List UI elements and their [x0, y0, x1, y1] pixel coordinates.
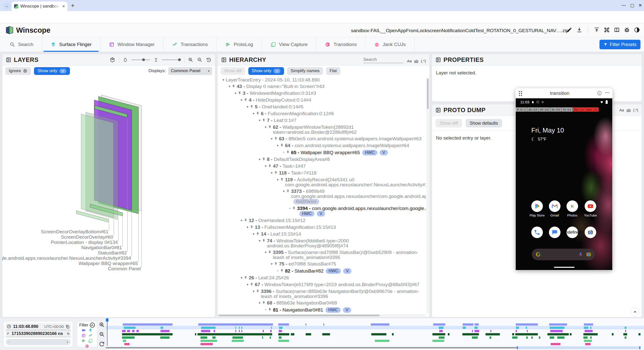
show-defaults-button[interactable]: Show defaults	[466, 119, 502, 127]
trace-block-transactions[interactable]	[515, 333, 538, 335]
expand-arrow-icon[interactable]: ▾	[245, 282, 250, 287]
trace-block-window-manager[interactable]	[270, 330, 272, 332]
tree-node[interactable]: ▾118 - Task=7#118	[218, 170, 426, 177]
transition-screenshot-window[interactable]: transition — 11:03 P: 0 / 1dX: 0.0dY: 0.…	[515, 88, 613, 270]
expand-arrow-icon[interactable]: ▾	[275, 177, 280, 182]
collapse-filter-icon[interactable]	[90, 323, 95, 328]
expand-arrow-icon[interactable]: ▾	[251, 232, 256, 237]
pin-icon[interactable]	[286, 150, 291, 155]
layer-label[interactable]: Common Panel	[108, 266, 141, 272]
flat-chip[interactable]: Flat	[326, 67, 340, 75]
trace-block-transitions[interactable]	[551, 343, 560, 345]
pin-icon[interactable]	[268, 125, 273, 130]
trace-block-view-capture[interactable]	[200, 340, 217, 342]
previous-entry-button[interactable]: ‹	[8, 339, 10, 344]
pin-icon[interactable]	[292, 206, 297, 211]
timeline-canvas[interactable]	[106, 318, 644, 350]
trace-block-transactions[interactable]	[291, 333, 294, 335]
documentation-icon[interactable]	[614, 27, 620, 33]
expand-arrow-icon[interactable]: ▾	[263, 125, 268, 130]
next-entry-button[interactable]: ›	[67, 339, 68, 344]
expand-arrow-icon[interactable]: ▾	[239, 275, 244, 280]
transactions-filter-icon[interactable]	[88, 333, 93, 338]
expand-arrow-icon[interactable]: ▾	[245, 104, 250, 109]
trace-block-view-capture[interactable]	[278, 340, 289, 342]
tree-node[interactable]: •82 - StatusBar#82HWCV	[218, 268, 426, 275]
minimap-track[interactable]	[106, 347, 517, 348]
app-icon-playstore[interactable]	[531, 200, 543, 212]
window-manager-filter-icon[interactable]	[82, 333, 86, 338]
trace-block-transactions[interactable]	[195, 333, 196, 335]
expand-arrow-icon[interactable]: ▾	[275, 143, 280, 148]
pin-icon[interactable]	[250, 104, 255, 110]
zoom-in-icon[interactable]	[188, 57, 193, 63]
expand-arrow-icon[interactable]: ▾	[251, 111, 256, 116]
tab-jank-cujs[interactable]: Jank CUJs	[366, 37, 415, 52]
timeline-zoom-reset-icon[interactable]	[99, 341, 105, 347]
app-icon-messages[interactable]	[549, 227, 560, 238]
trace-block-surface-flinger[interactable]	[526, 327, 527, 329]
tree-node[interactable]: ▾47 - Task=1#47	[218, 163, 426, 170]
trace-block-protolog[interactable]	[490, 336, 491, 339]
expand-arrow-icon[interactable]: ▾	[257, 157, 262, 162]
tab-view-capture[interactable]: View Capture	[262, 37, 316, 52]
expand-arrow-icon[interactable]: ▾	[269, 170, 274, 176]
trace-block-transactions[interactable]	[638, 333, 640, 335]
view-capture-filter-icon[interactable]	[88, 339, 93, 343]
trace-block-surface-flinger[interactable]	[160, 327, 163, 329]
trace-block-window-manager[interactable]	[201, 330, 210, 332]
tree-node[interactable]: ▾43 - Display 0 name="Built-in Screen"#4…	[218, 83, 426, 90]
trace-block-transactions[interactable]	[547, 333, 569, 335]
drag-handle-icon[interactable]	[518, 91, 522, 96]
trace-block-screen-recording[interactable]	[584, 323, 593, 326]
trace-block-surface-flinger[interactable]	[279, 327, 283, 329]
trace-block-transactions[interactable]	[583, 333, 598, 335]
pin-icon[interactable]	[256, 289, 261, 294]
pin-icon[interactable]	[250, 282, 255, 287]
trace-block-surface-flinger[interactable]	[271, 327, 272, 329]
trace-block-transactions[interactable]	[448, 333, 450, 335]
copy-icon[interactable]	[67, 332, 70, 336]
app-icon-photos[interactable]	[567, 200, 578, 212]
trace-block-window-manager[interactable]	[279, 330, 282, 332]
trace-block-surface-flinger[interactable]	[625, 327, 626, 329]
trace-block-surface-flinger[interactable]	[201, 327, 216, 329]
trace-block-window-manager[interactable]	[239, 330, 240, 332]
expand-arrow-icon[interactable]: ▾	[263, 250, 268, 255]
nanoseconds-field[interactable]: 1715339028890230166 ns	[6, 330, 71, 337]
displays-select[interactable]: Common Panel▾	[168, 67, 212, 75]
copy-icon[interactable]	[66, 325, 70, 329]
tree-node[interactable]: ▾64 - com.android.systemui.wallpapers.Im…	[218, 142, 426, 149]
trace-block-surface-flinger[interactable]	[474, 327, 478, 329]
trace-block-transactions[interactable]	[486, 333, 500, 335]
regex-option[interactable]: (.*)	[421, 59, 426, 63]
minimap-selection[interactable]	[517, 346, 640, 349]
trace-block-transactions[interactable]	[322, 333, 330, 335]
tab-protolog[interactable]: ProtoLog	[217, 37, 262, 52]
transition-window-titlebar[interactable]: transition —	[515, 88, 613, 98]
expand-arrow-icon[interactable]: ▾	[221, 77, 226, 82]
trace-block-window-manager[interactable]	[127, 330, 130, 332]
trace-block-view-capture[interactable]	[584, 340, 592, 342]
tree-node[interactable]: ▾67 - WindowToken{e5176f9 type=2019 andr…	[218, 281, 426, 288]
report-bug-icon[interactable]	[624, 27, 630, 33]
google-search-bar[interactable]: G	[532, 249, 595, 260]
layer-label[interactable]: Wallpaper BBQ wrapper#65	[78, 261, 138, 266]
show-only-visible-chip[interactable]: Show only V	[34, 67, 70, 75]
trace-block-transactions[interactable]	[512, 333, 514, 335]
transitions-filter-icon[interactable]	[85, 344, 89, 348]
trace-block-surface-flinger[interactable]	[584, 327, 588, 329]
pin-icon[interactable]	[238, 91, 243, 96]
trace-block-window-manager[interactable]	[132, 330, 135, 332]
trace-block-window-manager[interactable]	[214, 330, 215, 332]
trace-block-window-manager[interactable]	[585, 330, 593, 332]
pin-icon[interactable]	[262, 238, 267, 244]
trace-block-window-manager[interactable]	[160, 330, 170, 332]
trace-block-screen-recording[interactable]	[371, 323, 389, 326]
trace-block-surface-flinger[interactable]	[124, 327, 136, 329]
tree-node[interactable]: ▾3 - WindowedMagnification:0:31#3	[218, 90, 426, 97]
trace-block-window-manager[interactable]	[235, 330, 236, 332]
tree-node[interactable]: ▾5 - OneHanded:0:14#5	[218, 104, 426, 110]
hierarchy-vertical-scrollbar[interactable]	[426, 77, 429, 314]
trace-block-protolog[interactable]	[472, 336, 478, 339]
